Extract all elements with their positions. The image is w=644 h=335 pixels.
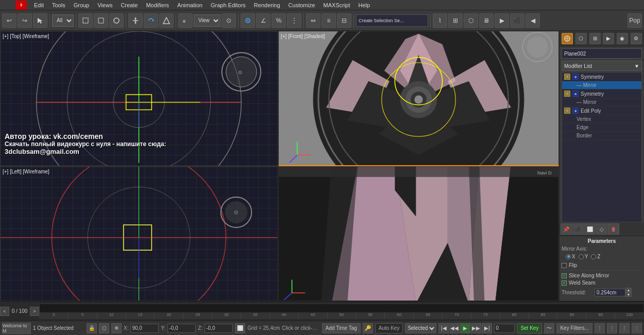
- utilities-panel-btn[interactable]: ⚙: [631, 33, 642, 44]
- selected-dropdown[interactable]: Selected: [405, 323, 436, 333]
- pivot-button[interactable]: ⊙: [222, 13, 236, 28]
- snap-toggle[interactable]: [241, 13, 255, 28]
- menu-animation[interactable]: Animation: [173, 0, 207, 10]
- auto-key-btn[interactable]: Auto Key: [375, 323, 403, 333]
- rotate-button[interactable]: [144, 13, 158, 28]
- modifier-list-header[interactable]: Modifier List ▼: [562, 61, 642, 71]
- threshold-input[interactable]: [595, 289, 625, 296]
- menu-group[interactable]: Group: [70, 0, 94, 10]
- material-editor[interactable]: ⬡: [464, 13, 478, 28]
- pop-out-button[interactable]: Pop: [628, 13, 642, 28]
- timeline-next-btn[interactable]: >: [30, 307, 39, 316]
- window-crossing-button[interactable]: [94, 13, 108, 28]
- slice-checkbox[interactable]: ✓: [562, 273, 567, 278]
- axis-x-option[interactable]: X: [566, 254, 575, 259]
- mirror-button[interactable]: ⇔: [306, 13, 320, 28]
- x-coord-input[interactable]: [130, 324, 159, 333]
- selection-filter-btn[interactable]: ⬡: [99, 323, 109, 333]
- angle-snap[interactable]: ∠: [256, 13, 270, 28]
- threshold-up-btn[interactable]: ▲: [625, 288, 632, 292]
- reference-coord-button[interactable]: ⊕: [178, 13, 193, 28]
- absolute-relative-btn[interactable]: ⬜: [235, 323, 245, 333]
- modifier-edge[interactable]: Edge: [562, 124, 641, 132]
- time-input[interactable]: [494, 324, 515, 333]
- dots-3[interactable]: ⋮: [619, 323, 630, 333]
- menu-maxscript[interactable]: MAXScript: [319, 0, 354, 10]
- select-region-button[interactable]: [78, 13, 93, 28]
- render-last[interactable]: ◀: [526, 13, 540, 28]
- remove-modifier-btn[interactable]: 🗑: [608, 223, 619, 235]
- dots-2[interactable]: ⋮: [607, 323, 617, 333]
- align-tools[interactable]: ⊟: [337, 13, 351, 28]
- axis-y-radio[interactable]: [579, 254, 584, 259]
- axis-x-radio[interactable]: [566, 254, 571, 259]
- flip-checkbox[interactable]: [562, 263, 567, 268]
- add-time-tag-btn[interactable]: Add Time Tag: [322, 323, 361, 333]
- prev-frame-btn[interactable]: ◀◀: [449, 323, 460, 333]
- view-dropdown[interactable]: View: [194, 14, 221, 27]
- align-button[interactable]: ≡: [321, 13, 336, 28]
- go-start-btn[interactable]: |◀: [438, 323, 449, 333]
- modifier-visibility-icon-3[interactable]: 👁: [564, 108, 570, 114]
- viewport-top[interactable]: [+] [Top] [Wireframe]: [0, 31, 278, 166]
- select-filter-dropdown[interactable]: All: [52, 14, 74, 27]
- view-perspective[interactable]: Navi D: [278, 166, 559, 301]
- axis-z-radio[interactable]: [591, 254, 596, 259]
- timeline-track[interactable]: 0 5 10 15 20 25 30 35 40 45 50 55 60 65 …: [39, 304, 644, 319]
- modifier-symmetry-1[interactable]: 👁 ■ Symmetry: [562, 73, 641, 81]
- menu-rendering[interactable]: Rendering: [250, 0, 284, 10]
- named-selection-field[interactable]: Create Selection Se...: [356, 14, 428, 27]
- dots-4[interactable]: ⋮: [632, 323, 642, 333]
- weld-checkbox[interactable]: ✓: [562, 280, 567, 286]
- key-filters-btn[interactable]: Key Filters...: [556, 323, 592, 333]
- make-unique-btn[interactable]: ◇: [596, 223, 607, 235]
- next-frame-btn[interactable]: ▶▶: [471, 323, 481, 333]
- menu-customize[interactable]: Customize: [284, 0, 319, 10]
- redo-button[interactable]: ↪: [18, 13, 32, 28]
- move-button[interactable]: [128, 13, 143, 28]
- render-setup[interactable]: 🖥: [479, 13, 494, 28]
- modifier-symmetry-2[interactable]: 👁 ■ Symmetry: [562, 90, 641, 98]
- show-result-btn[interactable]: ⬜: [584, 223, 596, 235]
- modifier-mirror-2[interactable]: — Mirror: [562, 98, 641, 107]
- quick-render[interactable]: ⬛: [510, 13, 524, 28]
- set-key-btn[interactable]: Set Key: [517, 323, 542, 333]
- lock-selection-btn[interactable]: 🔒: [87, 323, 97, 333]
- modify-panel-btn[interactable]: ⬡: [575, 33, 587, 44]
- create-panel-btn[interactable]: [562, 33, 573, 44]
- hierarchy-panel-btn[interactable]: ⊞: [589, 33, 601, 44]
- menu-modifiers[interactable]: Modifiers: [142, 0, 173, 10]
- go-end-btn[interactable]: ▶|: [482, 323, 492, 333]
- modifier-vertex[interactable]: Vertex: [562, 115, 641, 124]
- select-filter-button[interactable]: [109, 13, 124, 28]
- render-button[interactable]: ▶: [495, 13, 509, 28]
- app-logo[interactable]: 3: [15, 1, 27, 10]
- scale-button[interactable]: [159, 13, 174, 28]
- menu-views[interactable]: Views: [93, 0, 116, 10]
- show-end-btn[interactable]: ⬛: [572, 223, 584, 235]
- modifier-visibility-icon[interactable]: 👁: [564, 74, 570, 80]
- play-btn[interactable]: ▶: [460, 323, 470, 333]
- viewport-left[interactable]: [+] [Left] [Wireframe]: [0, 166, 278, 302]
- menu-create[interactable]: Create: [116, 0, 142, 10]
- modifier-visibility-icon-2[interactable]: 👁: [564, 91, 570, 97]
- object-name-field[interactable]: [562, 48, 642, 59]
- modifier-edit-poly[interactable]: 👁 ■ Edit Poly: [562, 107, 641, 115]
- motion-panel-btn[interactable]: ▶: [603, 33, 614, 44]
- modifier-border[interactable]: Border: [562, 132, 641, 140]
- dots-1[interactable]: ⋮: [595, 323, 605, 333]
- axis-y-option[interactable]: Y: [579, 254, 588, 259]
- timeline-prev-btn[interactable]: <: [0, 307, 9, 316]
- percent-snap[interactable]: %: [272, 13, 286, 28]
- undo-button[interactable]: ↩: [2, 13, 16, 28]
- select-object-button[interactable]: [33, 13, 47, 28]
- menu-help[interactable]: Help: [354, 0, 375, 10]
- freeze-btn[interactable]: ❄: [111, 323, 122, 333]
- view-front[interactable]: [+] [Front] [Shaded]: [278, 31, 559, 166]
- display-panel-btn[interactable]: ◉: [617, 33, 628, 44]
- menu-graph-editors[interactable]: Graph Editors: [207, 0, 250, 10]
- y-coord-input[interactable]: [167, 324, 196, 333]
- curve-editor-button[interactable]: ⌇: [433, 13, 447, 28]
- menu-tools[interactable]: Tools: [48, 0, 70, 10]
- threshold-down-btn[interactable]: ▼: [625, 292, 632, 297]
